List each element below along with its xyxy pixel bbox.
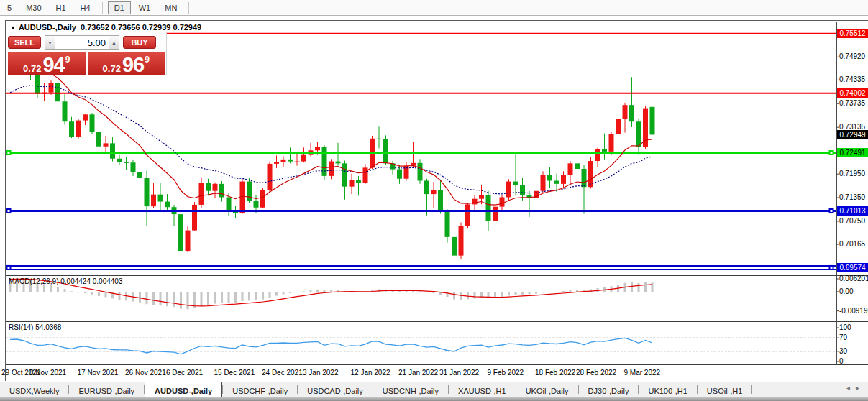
macd-axis-label: 0.00: [839, 287, 853, 295]
chart-tab-usdcnh[interactable]: USDCNH-,Daily: [373, 382, 448, 397]
sell-price-big: 94: [42, 55, 64, 74]
triangle-down-icon: ▼: [47, 40, 52, 45]
buy-price-big: 96: [122, 55, 144, 74]
date-axis-label: 9 Mar 2022: [624, 369, 661, 377]
chart-tab-eurusd[interactable]: EURUSD-,Daily: [69, 382, 144, 397]
rsi-axis-label: 100: [839, 323, 851, 331]
sell-button[interactable]: SELL: [8, 36, 41, 49]
chart-tab-uk100[interactable]: UK100-,H1: [639, 382, 696, 397]
price-badge: 0.72491: [837, 148, 868, 157]
tab-scroll-left-icon[interactable]: ◂: [846, 384, 856, 392]
trading-platform-window: 5M30H1H4D1W1MN ▲AUDUSD-,Daily0.73652 0.7…: [0, 0, 868, 401]
date-axis-label: 21 Jan 2022: [398, 369, 438, 377]
price-tick-label: 0.71950: [839, 170, 865, 178]
buy-price-pip: 9: [145, 55, 150, 65]
sell-price-pip: 9: [65, 55, 70, 65]
price-tick-label: 0.70165: [839, 240, 865, 248]
price-tick-label: 0.73735: [839, 99, 865, 107]
one-click-trade-panel: SELL ▼ ▲ BUY 0.72 94 9 0.72 96 9: [6, 32, 167, 75]
date-axis-label: 6 Dec 2021: [166, 369, 203, 377]
date-axis-label: 9 Feb 2022: [488, 369, 524, 377]
ohlc-values: 0.73652 0.73656 0.72939 0.72949: [81, 23, 201, 32]
date-axis-label: 31 Jan 2022: [439, 369, 479, 377]
date-axis-label: 15 Dec 2021: [214, 369, 255, 377]
price-badge: 0.72949: [837, 130, 868, 139]
chart-tab-usoil[interactable]: USOil-,H1: [698, 382, 752, 397]
tab-scroll-arrows: ◂▸: [846, 384, 865, 392]
symbol-tab-bar: USDX,WeeklyEURUSD-,DailyAUDUSD-,DailyUSD…: [0, 382, 868, 397]
macd-label: MACD(12,26,9) 0.004424 0.004403: [9, 277, 122, 285]
chart-tab-audusd[interactable]: AUDUSD-,Daily: [145, 382, 222, 397]
volume-increase-button[interactable]: ▲: [109, 35, 119, 50]
triangle-up-icon: ▲: [111, 40, 117, 45]
rsi-axis-label: 30: [839, 347, 847, 355]
buy-price-tile[interactable]: 0.72 96 9: [88, 52, 165, 75]
symbol-label: AUDUSD-,Daily: [19, 23, 76, 32]
date-axis-label: 17 Nov 2021: [78, 369, 119, 377]
price-tick-label: 0.70750: [839, 217, 865, 225]
volume-input[interactable]: [55, 35, 109, 50]
tab-separator: [751, 385, 752, 394]
price-tick-label: 0.71350: [839, 193, 865, 201]
price-badge: 0.69574: [837, 263, 868, 272]
price-badge: 0.75512: [837, 29, 868, 38]
rsi-label: RSI(14) 54.0368: [9, 323, 61, 331]
rsi-line: [10, 338, 652, 354]
collapse-arrow-icon[interactable]: ▲: [10, 24, 16, 31]
price-badge: 0.71013: [837, 206, 868, 216]
chart-tab-dj30[interactable]: DJ30-,Daily: [579, 382, 639, 397]
date-axis-label: 28 Feb 2022: [576, 369, 616, 377]
date-axis-label: 12 Jan 2022: [351, 369, 390, 377]
price-tick-label: 0.74920: [839, 52, 865, 60]
buy-button[interactable]: BUY: [123, 36, 156, 49]
chart-tab-usdchf[interactable]: USDCHF-,Daily: [223, 382, 297, 397]
chart-tab-usdcad[interactable]: USDCAD-,Daily: [298, 382, 373, 397]
date-axis-label: 26 Nov 2021: [125, 369, 166, 377]
sell-price-base: 0.72: [23, 64, 41, 74]
chart-tab-usdx[interactable]: USDX,Weekly: [0, 382, 68, 397]
date-axis-label: 18 Feb 2022: [535, 369, 575, 377]
macd-axis-label: -0.00919: [839, 307, 867, 315]
chart-tab-xauusd[interactable]: XAUUSD-,H1: [449, 382, 516, 397]
sell-price-tile[interactable]: 0.72 94 9: [8, 52, 86, 75]
chart-tab-ukoil[interactable]: UKOil-,Daily: [516, 382, 578, 397]
volume-stepper: ▼ ▲: [45, 35, 119, 50]
tab-scroll-right-icon[interactable]: ▸: [856, 384, 865, 392]
rsi-axis-label: 0: [839, 357, 844, 365]
price-badge: 0.74002: [837, 88, 868, 98]
rsi-level-lines: [6, 338, 836, 351]
date-axis-label: 3 Jan 2022: [303, 369, 339, 377]
buy-price-base: 0.72: [103, 64, 121, 74]
date-axis-label: 8 Nov 2021: [29, 369, 66, 377]
status-bar-strip: [0, 397, 868, 401]
price-tick-label: 0.74335: [839, 75, 865, 83]
macd-axis-label: 0.006201: [839, 275, 868, 282]
volume-decrease-button[interactable]: ▼: [45, 35, 55, 50]
date-axis-label: 24 Dec 2021: [262, 369, 303, 377]
chart-title: ▲AUDUSD-,Daily0.73652 0.73656 0.72939 0.…: [10, 23, 201, 32]
rsi-axis-label: 70: [839, 333, 847, 341]
